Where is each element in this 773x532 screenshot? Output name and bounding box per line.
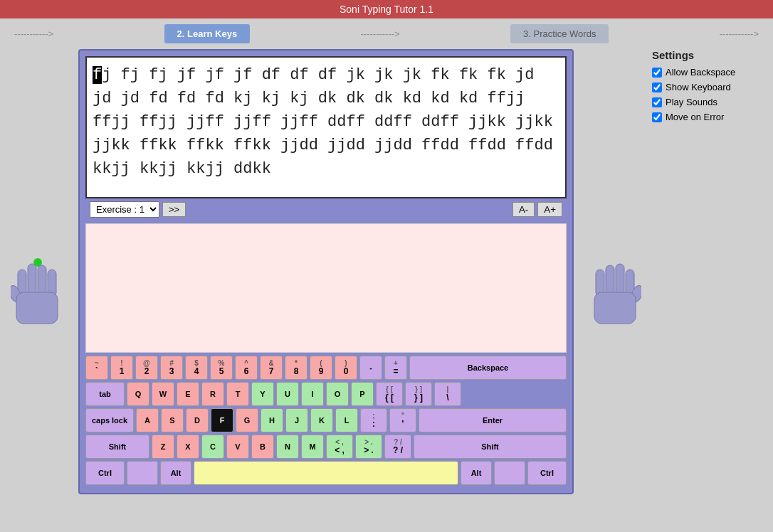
key-9[interactable]: (9 <box>310 356 332 380</box>
settings-panel: Settings Allow Backspace Show Keyboard P… <box>652 49 766 494</box>
svg-rect-5 <box>16 292 58 324</box>
play-sounds-checkbox[interactable] <box>652 97 662 107</box>
key-row-1: ~` !1 @2 #3 $4 %5 ^6 &7 *8 (9 )0 - += Ba… <box>85 356 567 380</box>
nav-arrow-3: -----------> <box>720 28 759 39</box>
key-shift-left[interactable]: Shift <box>85 435 149 459</box>
right-hand-area <box>581 49 645 494</box>
allow-backspace-checkbox[interactable] <box>652 68 662 78</box>
key-h[interactable]: H <box>261 408 283 432</box>
typing-area <box>85 223 567 353</box>
key-v[interactable]: V <box>226 435 249 459</box>
key-equals[interactable]: += <box>384 356 407 380</box>
key-w[interactable]: W <box>152 382 174 406</box>
left-hand-area <box>7 49 71 494</box>
settings-show-keyboard: Show Keyboard <box>652 82 766 92</box>
key-p[interactable]: P <box>351 382 374 406</box>
key-slash[interactable]: ? /? / <box>384 435 411 459</box>
nav-step-2[interactable]: 2. Learn Keys <box>164 24 251 43</box>
key-alt-right[interactable]: Alt <box>461 461 492 485</box>
key-shift-right[interactable]: Shift <box>414 435 567 459</box>
key-ctrl-right[interactable]: Ctrl <box>527 461 567 485</box>
keyboard-rows: ~` !1 @2 #3 $4 %5 ^6 &7 *8 (9 )0 - += Ba… <box>85 356 567 485</box>
key-minus[interactable]: - <box>359 356 382 380</box>
key-y[interactable]: Y <box>251 382 274 406</box>
key-semicolon[interactable]: ;: <box>360 408 387 432</box>
exercise-select[interactable]: Exercise : 1 Exercise : 2 Exercise : 3 <box>90 201 159 218</box>
key-space[interactable] <box>194 461 458 485</box>
key-i[interactable]: I <box>301 382 324 406</box>
svg-rect-11 <box>594 292 636 324</box>
key-c[interactable]: C <box>201 435 224 459</box>
nav-step-3[interactable]: 3. Practice Words <box>510 24 609 43</box>
key-l[interactable]: L <box>335 408 358 432</box>
allow-backspace-label: Allow Backspace <box>666 67 735 78</box>
key-m[interactable]: M <box>301 435 324 459</box>
key-n[interactable]: N <box>276 435 299 459</box>
key-8[interactable]: *8 <box>285 356 307 380</box>
font-decrease-button[interactable]: A- <box>512 202 535 217</box>
key-0[interactable]: )0 <box>335 356 357 380</box>
key-g[interactable]: G <box>236 408 258 432</box>
key-tilde[interactable]: ~` <box>85 356 108 380</box>
text-display: fj fj fj jf jf jf df df df jk jk jk fk f… <box>85 56 567 198</box>
key-d[interactable]: D <box>186 408 209 432</box>
key-z[interactable]: Z <box>152 435 174 459</box>
key-bracket-left[interactable]: { [{ [ <box>376 382 403 406</box>
right-hand-icon <box>584 254 641 332</box>
current-char: f <box>93 66 102 84</box>
key-5[interactable]: %5 <box>210 356 233 380</box>
key-3[interactable]: #3 <box>160 356 183 380</box>
key-4[interactable]: $4 <box>185 356 208 380</box>
key-tab[interactable]: tab <box>85 382 125 406</box>
key-backslash[interactable]: |\ <box>434 382 461 406</box>
key-a[interactable]: A <box>136 408 159 432</box>
key-6[interactable]: ^6 <box>235 356 258 380</box>
next-exercise-button[interactable]: >> <box>162 202 186 217</box>
key-q[interactable]: Q <box>127 382 149 406</box>
nav-bar: -----------> 2. Learn Keys -----------> … <box>0 18 773 49</box>
key-win-right[interactable] <box>494 461 525 485</box>
font-increase-button[interactable]: A+ <box>537 202 562 217</box>
move-on-error-checkbox[interactable] <box>652 112 662 122</box>
key-s[interactable]: S <box>161 408 184 432</box>
key-u[interactable]: U <box>276 382 299 406</box>
font-size-controls: A- A+ <box>512 202 562 217</box>
key-k[interactable]: K <box>310 408 333 432</box>
key-bracket-right[interactable]: } ]} ] <box>405 382 432 406</box>
key-o[interactable]: O <box>326 382 349 406</box>
key-row-2: tab Q W E R T Y U I O P { [{ [ } ]} ] |\ <box>85 382 567 406</box>
nav-arrow-1: -----------> <box>14 28 53 39</box>
key-2[interactable]: @2 <box>135 356 158 380</box>
move-on-error-label: Move on Error <box>666 112 724 122</box>
key-row-4: Shift Z X C V B N M < ,< , > .> . ? /? /… <box>85 435 567 459</box>
key-1[interactable]: !1 <box>110 356 133 380</box>
app-title: Soni Typing Tutor 1.1 <box>340 4 433 15</box>
key-x[interactable]: X <box>177 435 199 459</box>
play-sounds-label: Play Sounds <box>666 97 717 107</box>
settings-play-sounds: Play Sounds <box>652 97 766 107</box>
key-alt-left[interactable]: Alt <box>160 461 191 485</box>
svg-rect-2 <box>38 265 46 297</box>
key-comma[interactable]: < ,< , <box>326 435 353 459</box>
key-ctrl-left[interactable]: Ctrl <box>85 461 125 485</box>
key-b[interactable]: B <box>251 435 274 459</box>
key-win-left[interactable] <box>127 461 158 485</box>
text-content: j fj fj jf jf jf df df df jk jk jk fk fk… <box>93 66 553 178</box>
key-period[interactable]: > .> . <box>355 435 382 459</box>
key-backspace[interactable]: Backspace <box>409 356 567 380</box>
key-enter[interactable]: Enter <box>419 408 567 432</box>
key-t[interactable]: T <box>226 382 249 406</box>
key-quote[interactable]: "' <box>389 408 416 432</box>
key-7[interactable]: &7 <box>260 356 283 380</box>
key-f[interactable]: F <box>211 408 233 432</box>
nav-arrow-2: -----------> <box>360 28 399 39</box>
key-row-5: Ctrl Alt Alt Ctrl <box>85 461 567 485</box>
key-r[interactable]: R <box>201 382 224 406</box>
show-keyboard-checkbox[interactable] <box>652 83 662 92</box>
svg-rect-1 <box>28 264 36 297</box>
settings-move-on-error: Move on Error <box>652 112 766 122</box>
typing-input[interactable] <box>90 228 562 346</box>
key-j[interactable]: J <box>285 408 308 432</box>
key-capslock[interactable]: caps lock <box>85 408 134 432</box>
key-e[interactable]: E <box>177 382 199 406</box>
